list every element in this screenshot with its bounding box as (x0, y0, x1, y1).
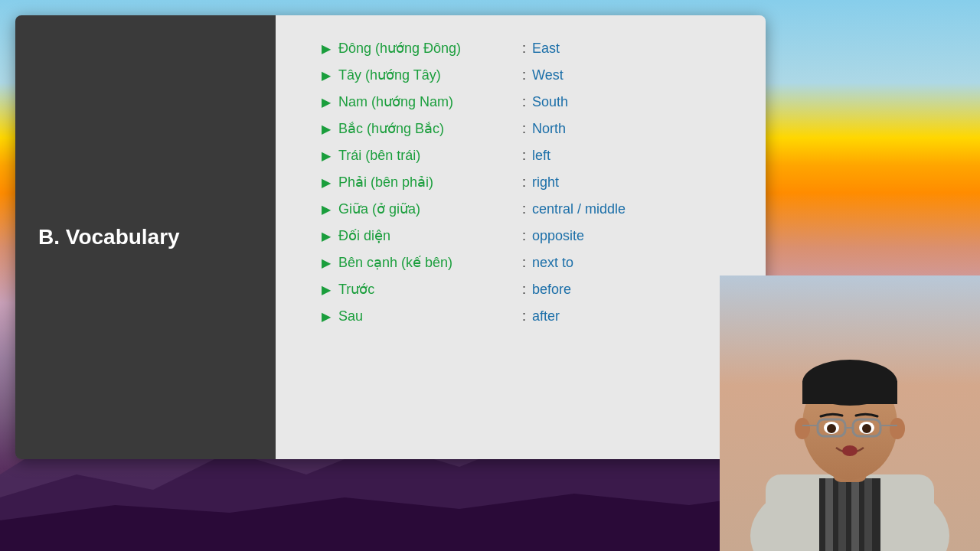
vocab-item: ▶ Bắc (hướng Bắc) : North (322, 119, 735, 139)
vocab-item: ▶ Đông (hướng Đông) : East (322, 38, 735, 59)
vocab-item: ▶ Phải (bên phải) : right (322, 172, 735, 193)
arrow-icon: ▶ (322, 174, 331, 192)
right-panel: ▶ Đông (hướng Đông) : East ▶ Tây (hướng … (276, 15, 766, 459)
eng-word: West (532, 65, 564, 86)
arrow-icon: ▶ (322, 254, 331, 272)
left-panel: B. Vocabulary (15, 15, 276, 459)
arrow-icon: ▶ (322, 281, 331, 299)
svg-rect-9 (851, 478, 859, 551)
svg-rect-7 (825, 478, 833, 551)
svg-rect-14 (802, 381, 897, 404)
eng-word: central / middle (532, 199, 626, 220)
viet-word: Bắc (hướng Bắc) (338, 119, 522, 139)
slide-container: B. Vocabulary ▶ Đông (hướng Đông) : East… (15, 15, 766, 459)
separator: : (522, 38, 526, 59)
separator: : (522, 65, 526, 86)
separator: : (522, 145, 526, 166)
separator: : (522, 253, 526, 273)
eng-word: before (532, 279, 571, 300)
vocab-item: ▶ Bên cạnh (kế bên) : next to (322, 253, 735, 273)
arrow-icon: ▶ (322, 227, 331, 246)
separator: : (522, 306, 526, 327)
svg-rect-8 (838, 478, 846, 551)
vocab-item: ▶ Tây (hướng Tây) : West (322, 65, 735, 86)
separator: : (522, 172, 526, 193)
vocab-item: ▶ Sau : after (322, 306, 735, 327)
eng-word: North (532, 119, 566, 139)
webcam-person (720, 276, 980, 551)
viet-word: Trái (bên trái) (338, 145, 522, 166)
arrow-icon: ▶ (322, 120, 331, 139)
viet-word: Tây (hướng Tây) (338, 65, 522, 86)
eng-word: right (532, 172, 559, 193)
separator: : (522, 199, 526, 220)
svg-point-25 (862, 424, 871, 433)
eng-word: South (532, 92, 568, 112)
viet-word: Nam (hướng Nam) (338, 92, 522, 112)
vocab-item: ▶ Trước : before (322, 279, 735, 300)
eng-word: after (532, 306, 560, 327)
arrow-icon: ▶ (322, 147, 331, 165)
eng-word: East (532, 38, 560, 59)
section-title: B. Vocabulary (38, 225, 180, 249)
separator: : (522, 92, 526, 112)
vocab-item: ▶ Trái (bên trái) : left (322, 145, 735, 166)
svg-rect-10 (864, 478, 872, 551)
viet-word: Đông (hướng Đông) (338, 38, 522, 59)
arrow-icon: ▶ (322, 201, 331, 219)
eng-word: left (532, 145, 550, 166)
viet-word: Phải (bên phải) (338, 172, 522, 193)
svg-point-16 (890, 418, 905, 439)
viet-word: Sau (338, 306, 522, 327)
viet-word: Giữa (ở giữa) (338, 199, 522, 220)
arrow-icon: ▶ (322, 308, 331, 326)
viet-word: Đối diện (338, 226, 522, 246)
separator: : (522, 279, 526, 300)
arrow-icon: ▶ (322, 40, 331, 58)
svg-point-24 (827, 424, 836, 433)
vocabulary-list: ▶ Đông (hướng Đông) : East ▶ Tây (hướng … (322, 38, 735, 327)
viet-word: Bên cạnh (kế bên) (338, 253, 522, 273)
separator: : (522, 119, 526, 139)
svg-point-26 (842, 445, 858, 456)
vocab-item: ▶ Giữa (ở giữa) : central / middle (322, 199, 735, 220)
separator: : (522, 226, 526, 246)
vocab-item: ▶ Đối diện : opposite (322, 226, 735, 246)
vocab-item: ▶ Nam (hướng Nam) : South (322, 92, 735, 112)
viet-word: Trước (338, 279, 522, 300)
eng-word: opposite (532, 226, 584, 246)
arrow-icon: ▶ (322, 93, 331, 112)
eng-word: next to (532, 253, 573, 273)
svg-point-15 (795, 418, 810, 439)
arrow-icon: ▶ (322, 67, 331, 85)
